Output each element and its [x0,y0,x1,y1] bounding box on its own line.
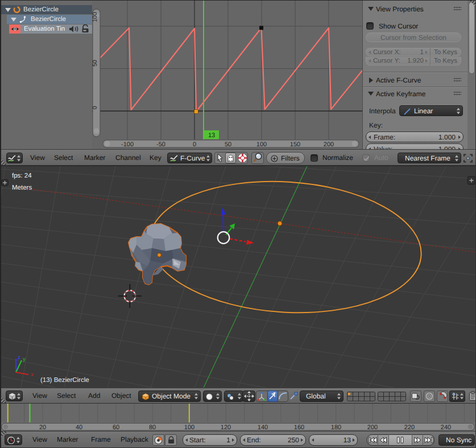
svg-text:220: 220 [404,424,415,431]
svg-text:fps: 24: fps: 24 [12,172,32,179]
svg-text:40: 40 [76,424,82,431]
svg-text:100: 100 [92,12,98,22]
svg-text:13: 13 [208,132,215,139]
svg-text:z: z [18,355,20,361]
svg-text:100: 100 [184,424,194,431]
svg-text:-100: -100 [121,141,134,148]
svg-text:x: x [31,372,34,378]
svg-text:140: 140 [258,424,268,431]
svg-text:100: 100 [256,141,267,148]
svg-text:y: y [23,356,26,363]
svg-text:Meters: Meters [12,184,32,191]
svg-text:240: 240 [441,424,451,431]
svg-text:80: 80 [149,424,156,431]
svg-text:20: 20 [39,424,46,431]
svg-text:60: 60 [113,424,119,431]
svg-text:160: 160 [294,424,304,431]
svg-text:200: 200 [324,141,334,148]
svg-text:120: 120 [221,424,231,431]
svg-text:-50: -50 [156,141,165,148]
svg-text:(13) BezierCircle: (13) BezierCircle [40,377,89,384]
svg-text:0: 0 [92,106,98,109]
svg-text:50: 50 [92,60,98,67]
svg-text:180: 180 [331,424,341,431]
svg-text:200: 200 [367,424,378,431]
svg-text:150: 150 [290,141,300,148]
svg-text:50: 50 [225,141,231,148]
svg-text:0: 0 [193,141,196,148]
